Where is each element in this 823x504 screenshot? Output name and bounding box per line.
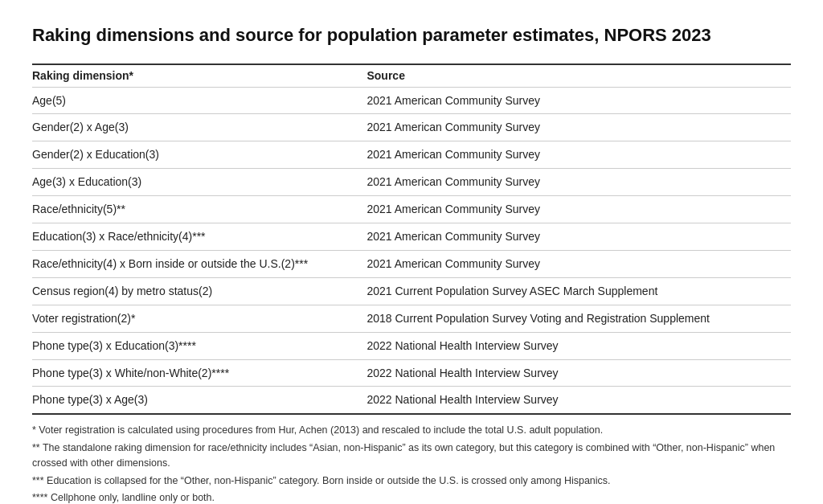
source-cell: 2021 Current Population Survey ASEC Marc… xyxy=(350,277,791,305)
table-row: Phone type(3) x Education(3)****2022 Nat… xyxy=(32,332,791,359)
table-row: Phone type(3) x White/non-White(2)****20… xyxy=(32,359,791,387)
table-row: Voter registration(2)*2018 Current Popul… xyxy=(32,305,791,332)
source-cell: 2021 American Community Survey xyxy=(350,196,791,223)
table-row: Phone type(3) x Age(3)2022 National Heal… xyxy=(32,387,791,414)
dimension-cell: Gender(2) x Age(3) xyxy=(32,114,350,141)
footnote-line: * Voter registration is calculated using… xyxy=(32,423,791,438)
source-cell: 2021 American Community Survey xyxy=(350,141,791,169)
dimension-cell: Gender(2) x Education(3) xyxy=(32,141,350,169)
dimension-cell: Phone type(3) x Education(3)**** xyxy=(32,332,350,359)
source-cell: 2022 National Health Interview Survey xyxy=(350,359,791,387)
data-table: Raking dimension* Source Age(5)2021 Amer… xyxy=(32,64,791,416)
table-row: Age(3) x Education(3)2021 American Commu… xyxy=(32,169,791,196)
source-cell: 2018 Current Population Survey Voting an… xyxy=(350,305,791,332)
dimension-cell: Education(3) x Race/ethnicity(4)*** xyxy=(32,223,350,251)
dimension-cell: Phone type(3) x White/non-White(2)**** xyxy=(32,359,350,387)
source-cell: 2021 American Community Survey xyxy=(350,169,791,196)
source-cell: 2021 American Community Survey xyxy=(350,223,791,251)
source-cell: 2021 American Community Survey xyxy=(350,114,791,141)
dimension-cell: Phone type(3) x Age(3) xyxy=(32,387,350,414)
table-row: Census region(4) by metro status(2)2021 … xyxy=(32,277,791,305)
dimension-cell: Race/ethnicity(4) x Born inside or outsi… xyxy=(32,250,350,277)
table-row: Race/ethnicity(4) x Born inside or outsi… xyxy=(32,250,791,277)
source-header: Source xyxy=(350,64,791,88)
page-title: Raking dimensions and source for populat… xyxy=(32,24,791,47)
table-row: Race/ethnicity(5)**2021 American Communi… xyxy=(32,196,791,223)
dimension-cell: Census region(4) by metro status(2) xyxy=(32,277,350,305)
source-cell: 2022 National Health Interview Survey xyxy=(350,332,791,359)
footnotes: * Voter registration is calculated using… xyxy=(32,423,791,504)
footnote-line: ** The standalone raking dimension for r… xyxy=(32,440,791,471)
footnote-line: *** Education is collapsed for the “Othe… xyxy=(32,473,791,489)
dimension-cell: Age(3) x Education(3) xyxy=(32,169,350,196)
dimension-cell: Voter registration(2)* xyxy=(32,305,350,332)
dimension-cell: Age(5) xyxy=(32,87,350,114)
source-cell: 2021 American Community Survey xyxy=(350,87,791,114)
dimension-header: Raking dimension* xyxy=(32,64,350,88)
table-container: Raking dimension* Source Age(5)2021 Amer… xyxy=(32,64,791,416)
table-row: Age(5)2021 American Community Survey xyxy=(32,87,791,114)
table-row: Education(3) x Race/ethnicity(4)***2021 … xyxy=(32,223,791,251)
source-cell: 2021 American Community Survey xyxy=(350,250,791,277)
table-row: Gender(2) x Education(3)2021 American Co… xyxy=(32,141,791,169)
footnote-line: **** Cellphone only, landline only or bo… xyxy=(32,490,791,504)
dimension-cell: Race/ethnicity(5)** xyxy=(32,196,350,223)
table-row: Gender(2) x Age(3)2021 American Communit… xyxy=(32,114,791,141)
source-cell: 2022 National Health Interview Survey xyxy=(350,387,791,414)
